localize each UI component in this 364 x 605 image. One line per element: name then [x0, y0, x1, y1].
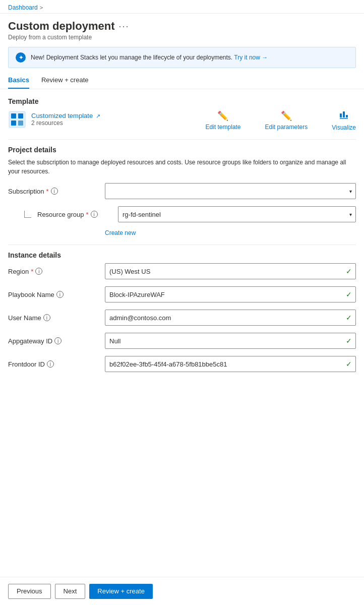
divider-1	[8, 139, 356, 140]
appgateway-id-input[interactable]	[105, 333, 356, 349]
edit-template-label: Edit template	[205, 124, 240, 131]
appgateway-id-control: ✓	[105, 333, 356, 349]
resource-group-control: rg-fd-sentinel ▾	[118, 206, 356, 222]
template-section: Template Customized template ↗	[8, 97, 356, 131]
subscription-label: Subscription * i	[8, 188, 99, 195]
banner-try-now-link[interactable]: Try it now →	[234, 54, 268, 61]
template-resources: 2 resources	[31, 119, 100, 127]
playbook-name-info-icon[interactable]: i	[56, 291, 64, 298]
region-control: (US) West US ✓	[105, 263, 356, 279]
template-section-title: Template	[8, 97, 356, 105]
page-header: Custom deployment ··· Deploy from a cust…	[0, 14, 364, 45]
playbook-name-row: Playbook Name i ✓	[8, 286, 356, 302]
svg-rect-7	[346, 115, 348, 117]
svg-rect-5	[340, 113, 342, 117]
svg-rect-3	[11, 120, 16, 126]
page-title: Custom deployment	[8, 20, 114, 33]
banner-icon: ✦	[16, 52, 26, 63]
playbook-name-input[interactable]	[105, 286, 356, 302]
template-info: Customized template ↗ 2 resources	[31, 112, 100, 127]
svg-rect-2	[18, 113, 23, 118]
region-required-marker: *	[31, 268, 33, 275]
frontdoor-id-info-icon[interactable]: i	[47, 360, 54, 368]
region-info-icon[interactable]: i	[35, 268, 42, 275]
project-details-description: Select the subscription to manage deploy…	[8, 158, 356, 176]
instance-details-title: Instance details	[8, 251, 356, 259]
user-name-control: ✓	[105, 310, 356, 326]
create-new-rg-link[interactable]: Create new	[105, 229, 356, 236]
previous-button[interactable]: Previous	[8, 584, 51, 599]
divider-2	[8, 245, 356, 245]
rg-info-icon[interactable]: i	[91, 211, 98, 218]
subscription-control: ▾	[105, 183, 356, 199]
frontdoor-id-control: ✓	[105, 356, 356, 372]
frontdoor-id-label: Frontdoor ID i	[8, 360, 99, 368]
region-row: Region * i (US) West US ✓	[8, 263, 356, 279]
edit-template-button[interactable]: ✏️ Edit template	[205, 110, 240, 131]
frontdoor-id-row: Frontdoor ID i ✓	[8, 356, 356, 372]
visualize-icon	[339, 109, 349, 122]
page-menu-button[interactable]: ···	[118, 21, 129, 32]
user-name-info-icon[interactable]: i	[43, 314, 50, 321]
project-details-section: Project details Select the subscription …	[8, 146, 356, 236]
template-card: Customized template ↗ 2 resources	[8, 110, 100, 129]
template-link[interactable]: Customized template ↗	[31, 112, 100, 119]
subscription-info-icon[interactable]: i	[51, 188, 58, 195]
project-details-title: Project details	[8, 146, 356, 154]
template-icon	[8, 110, 26, 129]
region-label: Region * i	[8, 268, 99, 275]
banner-text: New! Deployment Stacks let you manage th…	[31, 54, 268, 61]
deployment-stacks-banner: ✦ New! Deployment Stacks let you manage …	[8, 47, 356, 68]
resource-group-row: Resource group * i rg-fd-sentinel ▾	[8, 206, 356, 222]
subscription-select[interactable]	[105, 183, 356, 199]
edit-parameters-label: Edit parameters	[265, 124, 308, 131]
instance-details-section: Instance details Region * i (US) West US…	[8, 251, 356, 372]
svg-rect-4	[18, 120, 23, 126]
appgateway-id-row: Appgateway ID i ✓	[8, 333, 356, 349]
page-subtitle: Deploy from a custom template	[8, 34, 356, 41]
tab-basics[interactable]: Basics	[8, 72, 29, 89]
visualize-label: Visualize	[332, 124, 356, 131]
user-name-row: User Name i ✓	[8, 310, 356, 326]
frontdoor-id-input[interactable]	[105, 356, 356, 372]
edit-parameters-button[interactable]: ✏️ Edit parameters	[265, 110, 308, 131]
playbook-name-control: ✓	[105, 286, 356, 302]
subscription-row: Subscription * i ▾	[8, 183, 356, 199]
svg-rect-1	[11, 113, 16, 118]
breadcrumb: Dashboard >	[8, 4, 356, 11]
rg-required-marker: *	[86, 211, 89, 218]
resource-group-label: Resource group * i	[37, 211, 112, 218]
edit-parameters-icon: ✏️	[281, 110, 292, 122]
resource-group-select[interactable]: rg-fd-sentinel	[118, 206, 356, 222]
review-create-button[interactable]: Review + create	[89, 584, 153, 599]
tab-bar: Basics Review + create	[0, 72, 364, 89]
bottom-action-bar: Previous Next Review + create	[0, 577, 364, 605]
subscription-required-marker: *	[46, 188, 49, 195]
next-button[interactable]: Next	[55, 584, 86, 599]
visualize-button[interactable]: Visualize	[332, 109, 356, 131]
breadcrumb-dashboard[interactable]: Dashboard	[8, 4, 38, 11]
user-name-input[interactable]	[105, 310, 356, 326]
user-name-label: User Name i	[8, 314, 99, 322]
svg-rect-6	[343, 111, 345, 117]
playbook-name-label: Playbook Name i	[8, 291, 99, 298]
template-action-buttons: ✏️ Edit template ✏️ Edit parameters	[205, 109, 356, 131]
breadcrumb-separator: >	[40, 5, 43, 11]
edit-template-icon: ✏️	[217, 110, 228, 122]
main-content: Template Customized template ↗	[0, 97, 364, 372]
tab-review-create[interactable]: Review + create	[41, 72, 89, 89]
appgateway-id-info-icon[interactable]: i	[54, 337, 62, 344]
region-select[interactable]: (US) West US	[105, 263, 356, 279]
rg-connector	[24, 211, 31, 218]
appgateway-id-label: Appgateway ID i	[8, 337, 99, 345]
